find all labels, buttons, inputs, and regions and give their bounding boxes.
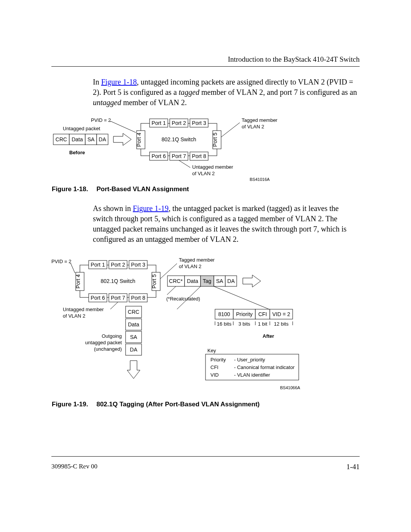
tag-vid: VID = 2 xyxy=(272,311,290,317)
key-vid: VID xyxy=(210,372,219,378)
recalculated-label: (*Recalculated) xyxy=(166,296,200,302)
figure-title: 802.1Q Tagging (After Port-Based VLAN As… xyxy=(96,401,260,408)
port-2-label: Port 2 xyxy=(111,262,125,268)
port-3-label: Port 3 xyxy=(131,262,145,268)
vpkt-data: Data xyxy=(128,321,139,328)
figure-number: Figure 1-18. xyxy=(52,185,88,193)
footer-left: 309985-C Rev 00 xyxy=(51,463,97,470)
vpkt-crc: CRC xyxy=(128,309,139,315)
key-label: Key xyxy=(207,348,216,353)
svg-line-25 xyxy=(70,263,75,273)
svg-line-35 xyxy=(214,286,269,309)
link-figure-1-18[interactable]: Figure 1-18 xyxy=(101,78,137,86)
port-8-label: Port 8 xyxy=(192,153,206,159)
out-tag: Tag xyxy=(203,278,212,284)
port-6-label: Port 6 xyxy=(151,153,166,159)
arrow-down-icon xyxy=(127,361,140,379)
figure-number: Figure 1-19. xyxy=(52,401,88,408)
figure-19-caption: Figure 1-19.802.1Q Tagging (After Port-B… xyxy=(52,401,260,408)
port-8-label: Port 8 xyxy=(131,295,145,301)
svg-line-15 xyxy=(179,160,190,168)
port-5-label: Port 5 xyxy=(151,274,157,289)
text: member of VLAN 2, and port 7 is configur… xyxy=(199,88,357,96)
port-1-label: Port 1 xyxy=(151,120,166,126)
out-crc: CRC* xyxy=(169,278,183,284)
arrow-right-icon xyxy=(243,275,261,287)
bits-3: 3 bits xyxy=(238,321,250,327)
vpkt-sa: SA xyxy=(130,334,137,340)
port-3-label: Port 3 xyxy=(192,120,206,126)
untagged-member-label: Untagged member xyxy=(192,164,233,170)
figure-19-id: BS41066A xyxy=(280,385,300,390)
out-da: DA xyxy=(227,278,235,284)
pvid-label: PVID = 2 xyxy=(91,117,111,123)
paragraph-1: In Figure 1-18, untagged incoming packet… xyxy=(93,77,359,108)
port-4-label: Port 4 xyxy=(75,274,81,289)
figure-1-19-diagram: 802.1Q Switch Port 1 Port 2 Port 3 Port … xyxy=(51,256,363,416)
outgoing-label3: (unchanged) xyxy=(94,346,122,352)
vpkt-da: DA xyxy=(130,347,137,353)
after-label: After xyxy=(263,333,274,339)
link-figure-1-19[interactable]: Figure 1-19 xyxy=(133,204,169,212)
packet-crc: CRC xyxy=(56,136,67,142)
text: member of VLAN 2. xyxy=(121,98,186,107)
figure-1-18-diagram: 802.1Q Switch Port 1 Port 2 Port 3 Port … xyxy=(51,114,363,183)
port-1-label: Port 1 xyxy=(91,262,105,268)
bits-12: 12 bits xyxy=(274,321,289,327)
port-6-label: Port 6 xyxy=(91,295,105,301)
text: As shown in xyxy=(93,204,133,212)
bits-1: 1 bit xyxy=(258,321,268,327)
key-priority: Priority xyxy=(210,357,226,363)
pvid-label: PVID = 2 xyxy=(51,259,71,264)
packet-data: Data xyxy=(72,136,83,142)
svg-line-13 xyxy=(110,121,136,133)
key-cfi: CFI xyxy=(210,364,218,370)
port-4-label: Port 4 xyxy=(136,133,142,147)
untagged-packet-label: Untagged packet xyxy=(63,126,100,131)
key-cfi-desc: - Canonical format indicator xyxy=(234,364,295,370)
packet-da: DA xyxy=(99,136,106,142)
tagged-member-label2: of VLAN 2 xyxy=(179,264,201,269)
tag-priority: Priority xyxy=(236,311,253,317)
tag-cfi: CFI xyxy=(258,311,267,317)
figure-18-caption: Figure 1-18.Port-Based VLAN Assignment xyxy=(52,185,189,193)
svg-line-14 xyxy=(221,123,240,137)
before-label: Before xyxy=(69,150,85,155)
paragraph-2: As shown in Figure 1-19, the untagged pa… xyxy=(93,203,359,244)
out-sa: SA xyxy=(216,278,223,284)
outgoing-label1: Outgoing xyxy=(102,333,122,339)
switch-label: 802.1Q Switch xyxy=(100,278,135,284)
tagged-member-label: Tagged member xyxy=(242,117,278,123)
tag-8100: 8100 xyxy=(218,311,230,317)
figure-18-id: BS41016A xyxy=(250,177,270,182)
svg-line-33 xyxy=(167,286,176,295)
page-header: Introduction to the BayStack 410-24T Swi… xyxy=(228,55,360,64)
tagged-member-label: Tagged member xyxy=(179,257,215,263)
text: In xyxy=(93,78,101,86)
untagged-member-label2: of VLAN 2 xyxy=(63,313,85,319)
untagged-member-label: Untagged member xyxy=(63,307,104,312)
rule-bottom xyxy=(51,456,360,457)
out-data: Data xyxy=(187,278,198,284)
text-italic: untagged xyxy=(93,98,121,107)
port-2-label: Port 2 xyxy=(172,120,186,126)
rule-top xyxy=(51,66,360,67)
port-7-label: Port 7 xyxy=(111,295,125,301)
tagged-member-label2: of VLAN 2 xyxy=(242,124,264,129)
text-italic: tagged xyxy=(179,88,199,96)
svg-line-27 xyxy=(110,302,118,309)
packet-sa: SA xyxy=(88,136,95,142)
port-7-label: Port 7 xyxy=(172,153,186,159)
footer-right: 1-41 xyxy=(346,463,360,471)
key-vid-desc: - VLAN identifier xyxy=(234,372,270,378)
outgoing-label2: untagged packet xyxy=(85,340,122,345)
figure-title: Port-Based VLAN Assignment xyxy=(96,185,189,193)
port-5-label: Port 5 xyxy=(212,133,218,147)
switch-label: 802.1Q Switch xyxy=(161,136,196,142)
bits-16: 16 bits xyxy=(217,321,232,327)
key-priority-desc: - User_priority xyxy=(234,357,265,363)
untagged-member-label2: of VLAN 2 xyxy=(192,171,215,176)
arrow-right-icon xyxy=(113,133,131,145)
